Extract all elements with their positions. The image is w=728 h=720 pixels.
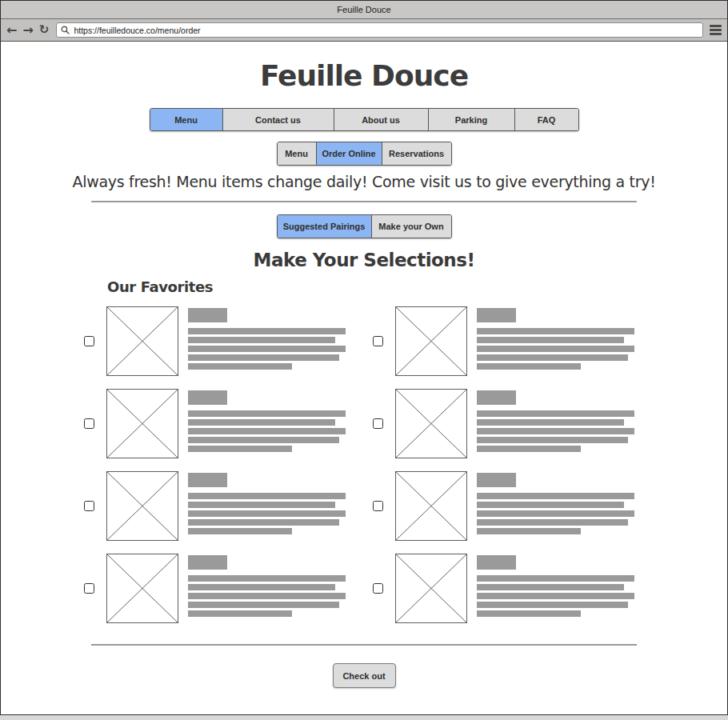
item-checkbox[interactable]: [373, 418, 383, 429]
item-text-bar: [188, 446, 292, 452]
address-bar[interactable]: [56, 22, 703, 38]
browser-toolbar: ← → ↻: [1, 19, 727, 42]
window-title: Feuille Douce: [337, 5, 390, 14]
item-checkbox[interactable]: [373, 583, 383, 594]
item-text-placeholder: [477, 389, 634, 458]
item-text-bar: [477, 446, 581, 452]
favorites-heading: Our Favorites: [107, 278, 727, 295]
item-checkbox[interactable]: [373, 501, 383, 511]
item-title-placeholder: [188, 308, 227, 322]
item-text-bar: [477, 346, 634, 352]
image-x-icon: [396, 472, 466, 540]
item-text-bar: [188, 510, 346, 517]
item-title-placeholder: [477, 473, 516, 487]
divider-top: [91, 201, 637, 202]
item-text-bar: [188, 502, 335, 508]
item-text-bar: [477, 510, 634, 517]
item-text-bar: [477, 337, 624, 343]
item-text-bar: [188, 610, 292, 617]
item-text-bar: [188, 337, 335, 343]
page-content: Feuille Douce Menu Contact us About us P…: [1, 42, 727, 714]
secondary-nav-menu[interactable]: Menu: [278, 142, 317, 165]
browser-window: Feuille Douce ← → ↻ Feuille Douce Menu C…: [0, 0, 728, 715]
item-text-placeholder: [477, 471, 634, 541]
mode-toggle: Suggested Pairings Make your Own: [277, 214, 452, 238]
selections-heading: Make Your Selections!: [1, 250, 727, 270]
menu-item-card: [84, 554, 346, 623]
item-text-bar: [477, 519, 628, 526]
toggle-make-your-own[interactable]: Make your Own: [372, 215, 451, 238]
item-text-bar: [188, 328, 346, 334]
browser-menu-icon[interactable]: [710, 25, 722, 35]
secondary-nav: Menu Order Online Reservations: [277, 142, 452, 166]
item-checkbox[interactable]: [84, 336, 94, 346]
item-text-placeholder: [188, 471, 346, 541]
back-icon[interactable]: ←: [6, 24, 17, 37]
item-text-bar: [477, 328, 634, 334]
item-text-placeholder: [188, 554, 346, 623]
item-text-bar: [477, 419, 624, 426]
item-text-bar: [188, 437, 339, 443]
item-image-placeholder: [106, 471, 178, 541]
refresh-icon[interactable]: ↻: [39, 24, 50, 36]
image-x-icon: [107, 307, 178, 375]
item-checkbox[interactable]: [84, 418, 94, 429]
item-text-bar: [188, 346, 346, 352]
menu-item-card: [373, 306, 634, 376]
primary-nav-contact-us[interactable]: Contact us: [223, 109, 334, 130]
primary-nav-faq[interactable]: FAQ: [515, 109, 578, 130]
item-text-bar: [477, 493, 634, 499]
item-text-placeholder: [188, 306, 346, 376]
secondary-nav-reservations[interactable]: Reservations: [382, 142, 451, 165]
menu-item-card: [84, 306, 346, 376]
item-text-bar: [188, 363, 292, 370]
primary-nav-about-us[interactable]: About us: [334, 109, 429, 130]
window-titlebar: Feuille Douce: [1, 1, 727, 19]
item-image-placeholder: [395, 389, 467, 458]
item-checkbox[interactable]: [373, 336, 383, 346]
item-text-placeholder: [188, 389, 346, 458]
menu-item-card: [84, 471, 346, 541]
item-text-bar: [188, 528, 292, 534]
item-text-bar: [477, 410, 634, 417]
item-text-bar: [477, 363, 581, 370]
primary-nav-menu[interactable]: Menu: [150, 109, 223, 130]
item-image-placeholder: [106, 554, 178, 623]
divider-bottom: [91, 644, 637, 646]
menu-item-card: [373, 389, 634, 458]
image-x-icon: [396, 307, 466, 375]
image-x-icon: [396, 390, 466, 458]
item-title-placeholder: [477, 390, 516, 405]
item-text-bar: [477, 528, 581, 534]
item-text-bar: [477, 354, 628, 361]
item-text-bar: [477, 610, 581, 617]
item-checkbox[interactable]: [84, 583, 94, 594]
item-text-bar: [477, 602, 628, 608]
item-text-bar: [477, 428, 634, 434]
item-text-bar: [477, 584, 624, 590]
item-text-bar: [188, 419, 335, 426]
item-title-placeholder: [477, 308, 516, 322]
item-image-placeholder: [395, 471, 467, 541]
checkout-button[interactable]: Check out: [333, 663, 396, 688]
item-checkbox[interactable]: [84, 501, 94, 511]
item-image-placeholder: [106, 306, 178, 376]
item-image-placeholder: [395, 306, 467, 376]
item-title-placeholder: [477, 555, 516, 570]
item-title-placeholder: [188, 390, 227, 405]
item-title-placeholder: [188, 555, 227, 570]
item-image-placeholder: [106, 389, 178, 458]
image-x-icon: [107, 390, 178, 458]
menu-items-grid: [84, 306, 727, 623]
item-text-bar: [188, 602, 339, 608]
item-text-bar: [188, 584, 335, 590]
toggle-suggested-pairings[interactable]: Suggested Pairings: [278, 215, 372, 238]
item-text-bar: [477, 502, 624, 508]
menu-item-card: [84, 389, 346, 458]
secondary-nav-order-online[interactable]: Order Online: [317, 142, 382, 165]
forward-icon[interactable]: →: [22, 24, 33, 37]
item-text-bar: [477, 575, 634, 582]
item-text-placeholder: [477, 554, 634, 623]
url-input[interactable]: [74, 26, 698, 35]
primary-nav-parking[interactable]: Parking: [429, 109, 515, 130]
